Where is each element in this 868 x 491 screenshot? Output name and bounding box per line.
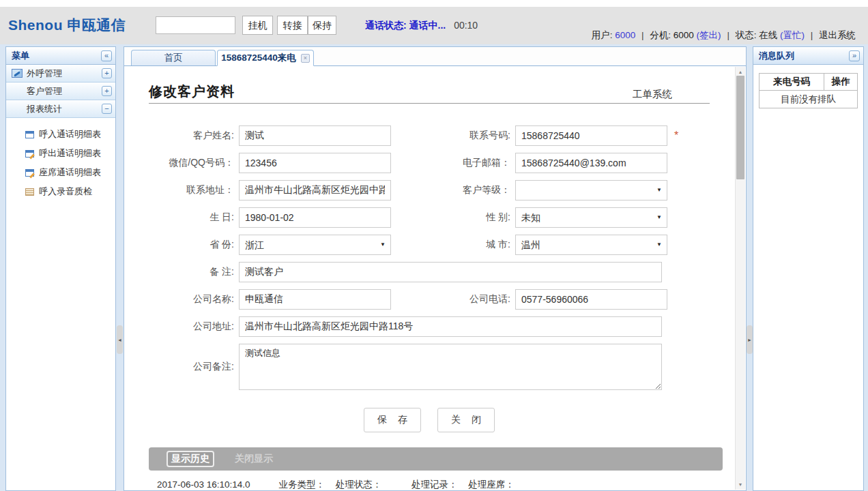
form-row: 客户姓名: 联系号码: *: [149, 125, 720, 146]
chevron-down-icon: ▼: [656, 235, 662, 254]
company-name-input[interactable]: [239, 289, 391, 310]
tab-incoming-call[interactable]: 15868725440来电 ×: [217, 50, 314, 66]
menu-sidebar: 菜单 « 外呼管理 + 客户管理 + 报表统计 − 呼入通话明细表: [5, 46, 116, 491]
right-splitter-handle[interactable]: ►: [747, 325, 753, 354]
birthday-input[interactable]: [239, 207, 391, 228]
scroll-down-icon[interactable]: ▼: [736, 480, 745, 489]
sidebar-item-agent-call-detail[interactable]: 座席通话明细表: [6, 163, 115, 182]
company-address-input[interactable]: [239, 316, 662, 337]
customer-name-label: 客户姓名:: [149, 130, 239, 142]
expand-arrow-icon: ►: [747, 338, 752, 342]
queue-empty-text: 目前没有排队: [760, 91, 858, 108]
expand-plus-icon[interactable]: +: [102, 68, 112, 78]
workspace: 菜单 « 外呼管理 + 客户管理 + 报表统计 − 呼入通话明细表: [0, 44, 868, 491]
form-row: 生 日: 性 别: 未知 ▼: [149, 207, 720, 228]
form-row: 公司地址:: [149, 316, 720, 337]
form-row: 省 份: 浙江 ▼ 城 市: 温州 ▼: [149, 235, 720, 255]
city-select[interactable]: 温州 ▼: [515, 235, 667, 255]
wechat-qq-input[interactable]: [239, 153, 391, 173]
customer-name-input[interactable]: [239, 125, 391, 146]
province-select[interactable]: 浙江 ▼: [239, 235, 391, 255]
report-table-icon: [25, 131, 34, 138]
company-phone-input[interactable]: [515, 289, 667, 310]
sidebar-item-report-statistics[interactable]: 报表统计 −: [6, 100, 115, 118]
history-toolbar: 显示历史 关闭显示: [149, 447, 723, 471]
gender-select[interactable]: 未知 ▼: [515, 207, 667, 228]
submenu-label: 呼入录音质检: [39, 185, 92, 198]
tab-label: 首页: [164, 52, 183, 64]
customer-level-select[interactable]: ▼: [515, 180, 667, 200]
caller-number-column: 来电号码: [760, 74, 824, 91]
form-row: 备 注:: [149, 262, 720, 282]
company-note-textarea[interactable]: 测试信息: [239, 344, 662, 390]
transfer-button[interactable]: 转接: [277, 16, 308, 35]
shenou-logo: Shenou 申瓯通信: [8, 16, 126, 35]
hangup-button[interactable]: 挂机: [242, 16, 273, 35]
separator: |: [811, 30, 813, 40]
collapse-arrow-icon: ◄: [117, 338, 122, 342]
group-label: 外呼管理: [27, 68, 62, 80]
save-button[interactable]: 保 存: [364, 408, 421, 432]
sidebar-item-customer-management[interactable]: 客户管理 +: [6, 83, 115, 100]
scrollbar-thumb[interactable]: [736, 76, 744, 179]
user-info-bar: 用户: 6000 | 分机: 6000 (签出) | 状态: 在线 (置忙) |…: [592, 29, 856, 42]
birthday-label: 生 日:: [149, 211, 239, 224]
contact-number-input[interactable]: [515, 125, 667, 146]
email-input[interactable]: [515, 153, 667, 173]
collapse-left-icon[interactable]: «: [101, 50, 112, 61]
close-button[interactable]: 关 闭: [437, 408, 495, 432]
menu-header: 菜单 «: [6, 47, 115, 65]
user-id-link[interactable]: 6000: [615, 30, 635, 40]
note-label: 备 注:: [149, 266, 239, 278]
hold-button[interactable]: 保持: [308, 16, 336, 35]
submenu-label: 呼出通话明细表: [39, 147, 101, 160]
call-timer: 00:10: [454, 20, 478, 31]
action-column: 操作: [824, 74, 858, 91]
form-actions: 保 存 关 闭: [149, 408, 710, 432]
form-row: 微信/QQ号码： 电子邮箱：: [149, 153, 720, 173]
set-busy-link[interactable]: (置忙): [780, 30, 805, 40]
tab-strip: 首页 15868725440来电 ×: [124, 47, 746, 66]
phone-icon: [12, 69, 23, 78]
extension-value: 6000: [674, 30, 694, 40]
show-history-button[interactable]: 显示历史: [167, 451, 214, 467]
sidebar-item-outbound-call-detail[interactable]: 呼出通话明细表: [6, 144, 115, 163]
contact-address-input[interactable]: [239, 180, 391, 200]
sidebar-item-outbound-management[interactable]: 外呼管理 +: [6, 65, 115, 83]
collapse-minus-icon[interactable]: −: [102, 104, 112, 114]
close-tab-icon[interactable]: ×: [301, 54, 310, 63]
note-input[interactable]: [239, 262, 662, 282]
city-label: 城 市:: [391, 239, 515, 251]
status-value: 在线: [759, 30, 777, 40]
recording-note-icon: [25, 188, 34, 196]
sidebar-item-inbound-recording-qc[interactable]: 呼入录音质检: [6, 182, 115, 201]
message-queue-panel: 消息队列 » 来电号码 操作 目前没有排队: [753, 46, 864, 491]
dial-number-input[interactable]: [156, 16, 235, 34]
process-agent-label: 处理座席：: [468, 479, 515, 490]
select-value: 温州: [521, 239, 540, 250]
process-status-label: 处理状态：: [336, 479, 382, 490]
call-status: 通话状态: 通话中... 00:10: [365, 20, 478, 32]
business-type-label: 业务类型：: [278, 479, 325, 490]
status-label: 状态:: [736, 30, 757, 40]
expand-plus-icon[interactable]: +: [102, 86, 112, 96]
left-splitter-handle[interactable]: ◄: [117, 325, 123, 354]
history-timestamp: 2017-06-03 16:10:14.0: [157, 479, 250, 490]
chevron-down-icon: ▼: [380, 235, 386, 254]
process-record-label: 处理记录：: [411, 479, 458, 490]
chevron-down-icon: ▼: [656, 208, 662, 227]
company-phone-label: 公司电话:: [391, 293, 515, 306]
logout-link[interactable]: 退出系统: [819, 30, 856, 40]
work-order-link[interactable]: 工单系统: [633, 88, 672, 101]
report-edit-icon: [25, 150, 34, 158]
report-submenu: 呼入通话明细表 呼出通话明细表 座席通话明细表 呼入录音质检: [6, 118, 115, 201]
tab-home[interactable]: 首页: [131, 50, 216, 65]
signout-link[interactable]: (签出): [697, 30, 721, 40]
collapse-right-icon[interactable]: »: [849, 50, 860, 61]
company-address-label: 公司地址:: [149, 321, 239, 333]
wechat-qq-label: 微信/QQ号码：: [149, 157, 239, 169]
sidebar-item-inbound-call-detail[interactable]: 呼入通话明细表: [6, 125, 115, 144]
menu-title: 菜单: [12, 50, 29, 62]
hide-history-button[interactable]: 关闭显示: [235, 453, 273, 465]
main-scrollbar[interactable]: ▲ ▼: [735, 67, 745, 490]
